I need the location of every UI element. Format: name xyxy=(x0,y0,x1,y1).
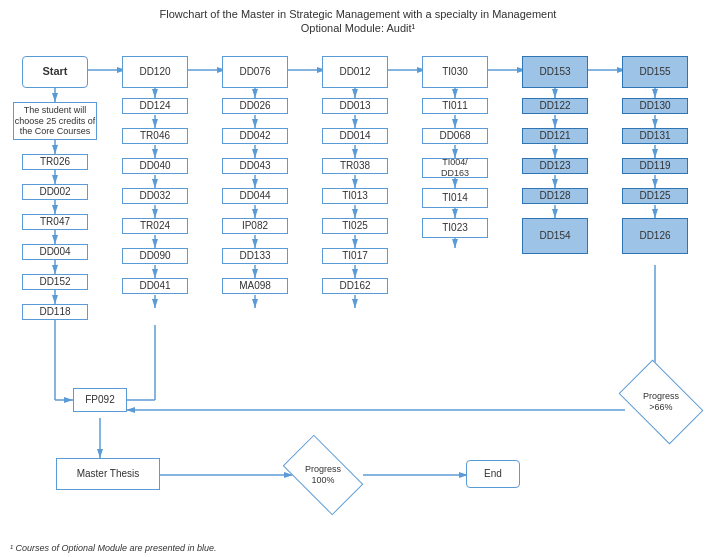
box-ti017: TI017 xyxy=(322,248,388,264)
box-ip082: IP082 xyxy=(222,218,288,234)
box-dd119: DD119 xyxy=(622,158,688,174)
box-dd118: DD118 xyxy=(22,304,88,320)
box-dd002: DD002 xyxy=(22,184,88,200)
box-dd162: DD162 xyxy=(322,278,388,294)
box-tr038: TR038 xyxy=(322,158,388,174)
fp092-box: FP092 xyxy=(73,388,127,412)
box-dd124: DD124 xyxy=(122,98,188,114)
progress66-diamond: Progress>66% xyxy=(625,378,697,426)
box-dd013: DD013 xyxy=(322,98,388,114)
master-thesis-box: Master Thesis xyxy=(56,458,160,490)
box-dd076: DD076 xyxy=(222,56,288,88)
box-ti030: TI030 xyxy=(422,56,488,88)
box-tr026: TR026 xyxy=(22,154,88,170)
flowchart: Start The student will choose 25 credits… xyxy=(8,40,708,520)
box-dd155: DD155 xyxy=(622,56,688,88)
box-dd014: DD014 xyxy=(322,128,388,144)
box-dd128: DD128 xyxy=(522,188,588,204)
box-dd026: DD026 xyxy=(222,98,288,114)
box-ti011: TI011 xyxy=(422,98,488,114)
box-ti014: TI014 xyxy=(422,188,488,208)
page: Flowchart of the Master in Strategic Man… xyxy=(0,0,716,557)
box-dd133: DD133 xyxy=(222,248,288,264)
box-dd043: DD043 xyxy=(222,158,288,174)
start-box: Start xyxy=(22,56,88,88)
box-tr046: TR046 xyxy=(122,128,188,144)
box-dd153: DD153 xyxy=(522,56,588,88)
box-dd044: DD044 xyxy=(222,188,288,204)
box-ti013: TI013 xyxy=(322,188,388,204)
box-dd154: DD154 xyxy=(522,218,588,254)
box-dd090: DD090 xyxy=(122,248,188,264)
box-dd152: DD152 xyxy=(22,274,88,290)
box-dd131: DD131 xyxy=(622,128,688,144)
box-dd041: DD041 xyxy=(122,278,188,294)
box-ti004: TI004/DD163 xyxy=(422,158,488,178)
box-dd122: DD122 xyxy=(522,98,588,114)
box-tr024: TR024 xyxy=(122,218,188,234)
box-dd004: DD004 xyxy=(22,244,88,260)
box-ti025: TI025 xyxy=(322,218,388,234)
main-title: Flowchart of the Master in Strategic Man… xyxy=(8,8,708,20)
box-dd125: DD125 xyxy=(622,188,688,204)
end-box: End xyxy=(466,460,520,488)
box-dd126: DD126 xyxy=(622,218,688,254)
box-dd130: DD130 xyxy=(622,98,688,114)
box-dd042: DD042 xyxy=(222,128,288,144)
box-ma098: MA098 xyxy=(222,278,288,294)
desc-box: The student will choose 25 credits of th… xyxy=(13,102,97,140)
progress100-diamond: Progress100% xyxy=(288,453,358,497)
box-dd120: DD120 xyxy=(122,56,188,88)
footnote: ¹ Courses of Optional Module are present… xyxy=(10,543,217,553)
box-dd121: DD121 xyxy=(522,128,588,144)
subtitle: Optional Module: Audit¹ xyxy=(8,22,708,34)
box-dd040: DD040 xyxy=(122,158,188,174)
box-ti023: TI023 xyxy=(422,218,488,238)
box-dd068: DD068 xyxy=(422,128,488,144)
box-tr047: TR047 xyxy=(22,214,88,230)
box-dd123: DD123 xyxy=(522,158,588,174)
box-dd012: DD012 xyxy=(322,56,388,88)
box-dd032: DD032 xyxy=(122,188,188,204)
